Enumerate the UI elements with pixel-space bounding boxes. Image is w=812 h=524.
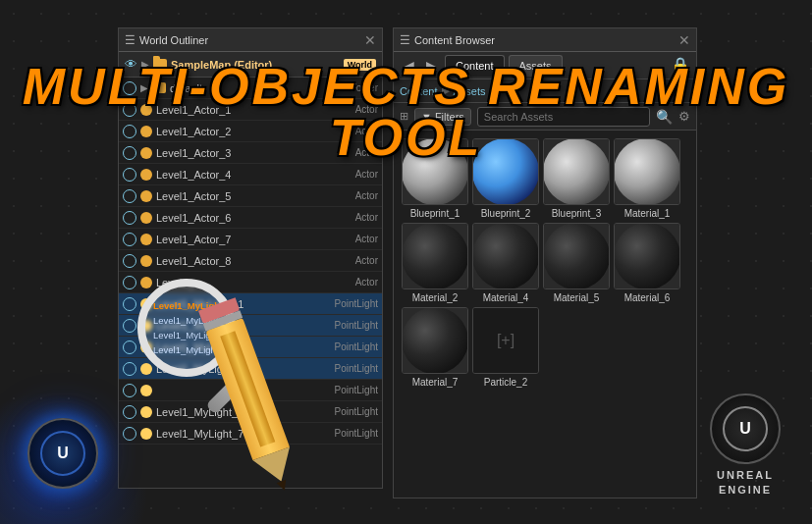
panel-icon: ☰ [125, 33, 135, 47]
eye-toggle[interactable] [123, 427, 136, 441]
row-name: Level1_Actor_8 [156, 255, 310, 267]
eye-toggle[interactable] [123, 211, 136, 225]
row-type: Actor [314, 169, 378, 180]
ue-text-engine: ENGINE [717, 483, 774, 497]
close-button[interactable]: ✕ [678, 33, 690, 47]
ue-icon-right: U [721, 404, 770, 453]
eye-toggle[interactable] [123, 254, 136, 268]
row-name: Level1_Actor_7 [156, 234, 310, 245]
panel-icon: ☰ [400, 33, 410, 47]
svg-text:U: U [739, 420, 751, 437]
pencil-body [206, 318, 290, 460]
content-browser-titlebar: ☰ Content Browser ✕ [394, 28, 696, 52]
ue-icon-left: U [38, 429, 87, 478]
row-type: Actor [314, 190, 378, 201]
eye-toggle[interactable] [123, 189, 136, 203]
asset-thumbnail [543, 223, 610, 289]
table-row[interactable]: Level1_Actor_7 Actor [119, 229, 382, 250]
light-icon [140, 428, 152, 440]
ue-text-unreal: UNREAL [717, 468, 774, 482]
row-type: PointLight [314, 406, 378, 417]
row-type: Actor [314, 255, 378, 266]
table-row[interactable]: Level1_Actor_4 Actor [119, 164, 382, 185]
eye-toggle[interactable] [123, 384, 136, 397]
table-row[interactable]: Level1_Actor_8 Actor [119, 250, 382, 272]
row-type: PointLight [314, 320, 378, 331]
actor-icon [140, 190, 152, 202]
eye-toggle[interactable] [123, 168, 136, 182]
asset-item[interactable]: Material_2 [402, 223, 468, 303]
row-type: PointLight [314, 341, 378, 352]
asset-label: Blueprint_3 [552, 208, 602, 219]
row-type: Actor [314, 234, 378, 244]
row-name: Level1_Actor_5 [156, 190, 310, 202]
eye-toggle[interactable] [123, 362, 136, 376]
asset-thumbnail [402, 307, 468, 374]
asset-item[interactable]: Material_6 [614, 223, 680, 303]
ue-logo-right: U UNREAL ENGINE [706, 393, 785, 497]
row-name: Level1_Actor_4 [156, 169, 310, 181]
row-type: PointLight [314, 363, 378, 374]
ue-circle-left: U [27, 418, 98, 489]
asset-thumbnail [402, 223, 468, 289]
row-type: PointLight [314, 428, 378, 439]
eye-toggle[interactable] [123, 276, 136, 289]
asset-label: Material_2 [412, 292, 459, 303]
page-title: Multi-Objects Renaming Tool [0, 61, 812, 163]
panel-title: World Outliner [139, 34, 360, 46]
asset-item[interactable]: Material_4 [472, 223, 539, 303]
svg-text:U: U [57, 445, 69, 461]
table-row[interactable]: Level1_Actor_5 Actor [119, 185, 382, 207]
asset-label: Material_6 [624, 292, 671, 303]
assets-grid: Blueprint_1 Blueprint_2 Blueprint_3 Mate… [394, 131, 696, 395]
ue-brand-text: UNREAL ENGINE [717, 468, 774, 497]
asset-thumbnail: [+] [472, 307, 539, 374]
asset-label: Blueprint_2 [481, 208, 531, 219]
row-type: PointLight [314, 385, 378, 395]
row-type: Actor [314, 277, 378, 288]
actor-icon [140, 255, 152, 267]
table-row[interactable]: Level1_Actor_6 Actor [119, 207, 382, 229]
row-name: Level1_Actor_6 [156, 212, 310, 224]
ue-circle-right: U [710, 393, 781, 464]
asset-label: Material_5 [554, 292, 600, 303]
eye-toggle[interactable] [123, 405, 136, 419]
panel-title: Content Browser [414, 34, 675, 46]
eye-toggle[interactable] [123, 297, 136, 311]
asset-thumbnail [472, 223, 539, 289]
actor-icon [140, 169, 152, 181]
asset-item[interactable]: [+] Particle_2 [472, 307, 539, 388]
close-button[interactable]: ✕ [364, 33, 376, 47]
asset-thumbnail [614, 223, 680, 289]
actor-icon [140, 234, 152, 245]
actor-icon [140, 212, 152, 224]
asset-label: Material_1 [624, 208, 671, 219]
asset-item[interactable]: Material_7 [402, 307, 468, 388]
world-outliner-titlebar: ☰ World Outliner ✕ [119, 28, 382, 52]
eye-toggle[interactable] [123, 341, 136, 354]
row-type: Actor [314, 212, 378, 223]
eye-toggle[interactable] [123, 233, 136, 246]
asset-label: Material_7 [412, 377, 459, 388]
asset-label: Particle_2 [484, 377, 527, 388]
ue-logo-left: U [27, 418, 106, 497]
eye-toggle[interactable] [123, 319, 136, 333]
no-image-icon: [+] [497, 332, 514, 349]
asset-label: Material_4 [483, 292, 529, 303]
row-type: PointLight [314, 298, 378, 309]
asset-label: Blueprint_1 [410, 208, 460, 219]
asset-item[interactable]: Material_5 [543, 223, 610, 303]
